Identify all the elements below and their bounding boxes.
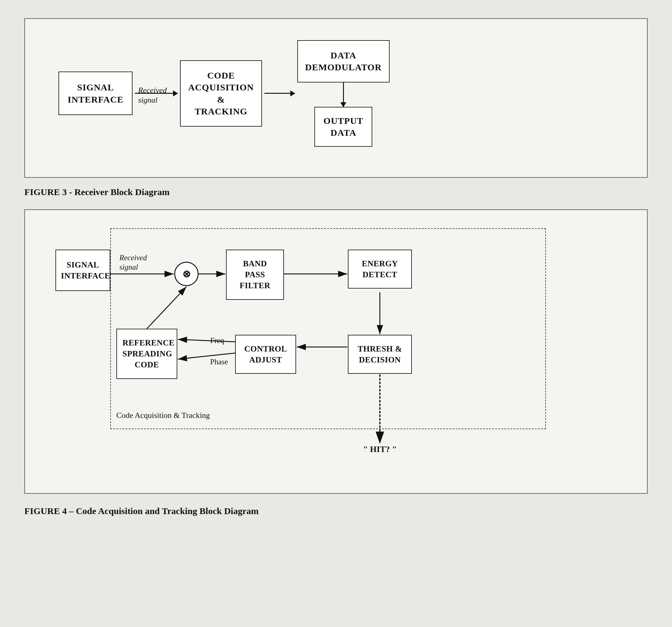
fig4-arrows-svg — [43, 225, 629, 475]
svg-line-8 — [178, 353, 235, 359]
figure4-caption: FIGURE 4 – Code Acquisition and Tracking… — [24, 506, 648, 516]
fig3-data-demodulator-box: DATA DEMODULATOR — [297, 40, 390, 82]
fig3-received-signal-label: Received signal — [138, 76, 167, 105]
svg-line-7 — [178, 340, 235, 342]
fig3-code-acquisition-box: CODE ACQUISITION & TRACKING — [180, 60, 262, 127]
figure3-caption: FIGURE 3 - Receiver Block Diagram — [24, 187, 648, 197]
figure3-diagram: SIGNAL INTERFACE Received signal CODE AC… — [40, 31, 632, 165]
figure4-diagram: SIGNAL INTERFACE Received signal ⊗ BAND … — [43, 225, 629, 475]
fig3-signal-interface-box: SIGNAL INTERFACE — [58, 72, 133, 115]
figure4-container: SIGNAL INTERFACE Received signal ⊗ BAND … — [24, 209, 648, 494]
svg-line-9 — [147, 287, 187, 329]
fig3-output-data-box: OUTPUT DATA — [314, 107, 372, 147]
fig3-arrow1-line — [135, 93, 177, 94]
fig3-arrow2 — [264, 93, 295, 94]
fig3-demod-col: DATA DEMODULATOR OUTPUT DATA — [297, 40, 390, 147]
fig3-arrow1: Received signal — [135, 93, 177, 94]
fig3-arrow-down-line — [343, 82, 344, 107]
fig3-arrow-down — [343, 82, 344, 107]
fig3-arrow2-line — [264, 93, 295, 94]
figure3-container: SIGNAL INTERFACE Received signal CODE AC… — [24, 18, 648, 178]
